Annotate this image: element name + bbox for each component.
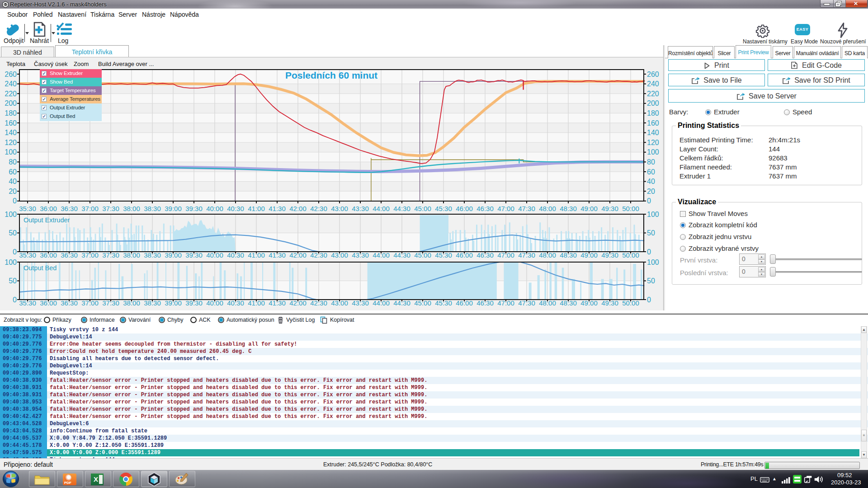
svg-text:45:00: 45:00 bbox=[414, 205, 431, 212]
svg-text:43:00: 43:00 bbox=[331, 205, 348, 212]
svg-text:45:30: 45:30 bbox=[435, 205, 452, 212]
svg-text:140: 140 bbox=[5, 129, 17, 136]
svg-text:41:30: 41:30 bbox=[269, 205, 286, 212]
svg-text:37:00: 37:00 bbox=[81, 205, 99, 212]
svg-text:60: 60 bbox=[9, 168, 17, 176]
svg-text:40: 40 bbox=[9, 178, 17, 185]
svg-text:220: 220 bbox=[647, 90, 659, 98]
svg-text:0: 0 bbox=[647, 197, 651, 205]
svg-text:200: 200 bbox=[5, 99, 17, 107]
svg-text:47:30: 47:30 bbox=[518, 205, 535, 212]
svg-text:Output Extruder: Output Extruder bbox=[24, 216, 70, 224]
svg-text:80: 80 bbox=[647, 158, 655, 166]
svg-text:140: 140 bbox=[647, 129, 659, 136]
svg-text:36:00: 36:00 bbox=[40, 205, 57, 212]
svg-text:100: 100 bbox=[5, 258, 17, 266]
svg-text:0: 0 bbox=[647, 248, 651, 256]
svg-text:120: 120 bbox=[647, 139, 659, 146]
svg-text:40:30: 40:30 bbox=[227, 205, 244, 212]
svg-text:46:00: 46:00 bbox=[456, 205, 473, 212]
svg-text:100: 100 bbox=[647, 211, 659, 218]
svg-text:220: 220 bbox=[5, 90, 17, 98]
svg-text:180: 180 bbox=[5, 109, 17, 117]
svg-text:100: 100 bbox=[5, 148, 17, 156]
svg-text:43:30: 43:30 bbox=[352, 205, 369, 212]
svg-text:100: 100 bbox=[5, 211, 17, 218]
svg-text:35:30: 35:30 bbox=[19, 205, 36, 212]
svg-text:0: 0 bbox=[13, 197, 17, 205]
svg-text:20: 20 bbox=[647, 188, 655, 195]
svg-text:42:30: 42:30 bbox=[310, 205, 327, 212]
svg-text:36:30: 36:30 bbox=[61, 205, 78, 212]
svg-text:40: 40 bbox=[647, 178, 655, 185]
svg-text:180: 180 bbox=[647, 109, 659, 117]
svg-text:260: 260 bbox=[647, 70, 659, 78]
svg-text:20: 20 bbox=[9, 188, 17, 195]
svg-text:39:00: 39:00 bbox=[165, 205, 182, 212]
svg-text:80: 80 bbox=[9, 158, 17, 166]
svg-text:0: 0 bbox=[13, 248, 17, 256]
svg-text:38:30: 38:30 bbox=[144, 205, 161, 212]
svg-text:38:00: 38:00 bbox=[123, 205, 140, 212]
svg-text:50: 50 bbox=[647, 277, 655, 285]
svg-text:44:00: 44:00 bbox=[373, 205, 390, 212]
svg-text:37:30: 37:30 bbox=[102, 205, 119, 212]
svg-text:48:30: 48:30 bbox=[560, 205, 577, 212]
svg-text:120: 120 bbox=[5, 139, 17, 146]
svg-text:47:00: 47:00 bbox=[497, 205, 514, 212]
svg-text:160: 160 bbox=[5, 119, 17, 127]
svg-text:60: 60 bbox=[647, 168, 655, 176]
svg-text:48:00: 48:00 bbox=[539, 205, 556, 212]
svg-text:Posledních 60 minut: Posledních 60 minut bbox=[285, 70, 377, 80]
svg-text:46:30: 46:30 bbox=[476, 205, 494, 212]
svg-text:240: 240 bbox=[647, 80, 659, 88]
svg-text:49:30: 49:30 bbox=[601, 205, 618, 212]
svg-text:160: 160 bbox=[647, 119, 659, 127]
svg-text:41:00: 41:00 bbox=[248, 205, 265, 212]
svg-text:50: 50 bbox=[9, 229, 17, 237]
svg-text:50: 50 bbox=[9, 277, 17, 285]
svg-text:0: 0 bbox=[13, 296, 17, 304]
svg-text:100: 100 bbox=[647, 148, 659, 156]
svg-text:50: 50 bbox=[647, 229, 655, 237]
svg-text:40:00: 40:00 bbox=[206, 205, 223, 212]
svg-text:260: 260 bbox=[5, 70, 17, 78]
svg-text:42:00: 42:00 bbox=[289, 205, 307, 212]
svg-text:39:30: 39:30 bbox=[185, 205, 203, 212]
svg-text:200: 200 bbox=[647, 99, 659, 107]
svg-text:44:30: 44:30 bbox=[393, 205, 410, 212]
svg-text:0: 0 bbox=[647, 296, 651, 304]
svg-text:240: 240 bbox=[5, 80, 17, 88]
svg-text:49:00: 49:00 bbox=[580, 205, 598, 212]
svg-text:100: 100 bbox=[647, 258, 659, 266]
svg-text:50:00: 50:00 bbox=[622, 205, 639, 212]
svg-text:Output Bed: Output Bed bbox=[24, 264, 57, 272]
